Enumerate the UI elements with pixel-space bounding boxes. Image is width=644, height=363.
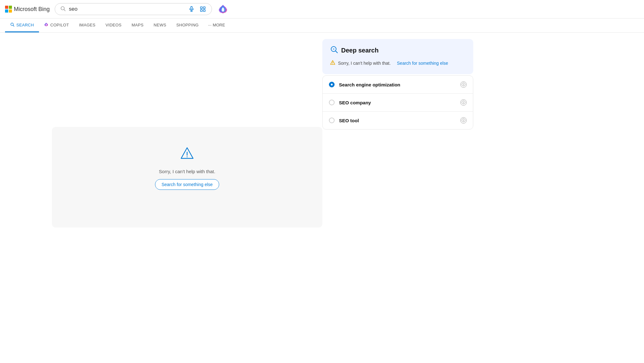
nav-item-search[interactable]: SEARCH <box>5 19 39 32</box>
svg-rect-2 <box>191 7 192 9</box>
logo[interactable]: Microsoft Bing <box>5 6 50 13</box>
copilot-nav-icon <box>44 22 48 28</box>
nav-more-button[interactable]: ··· MORE <box>204 19 230 32</box>
warning-icon-large <box>180 146 195 164</box>
microsoft-logo-icon <box>5 6 12 13</box>
svg-point-12 <box>187 157 188 157</box>
svg-rect-5 <box>201 7 203 9</box>
search-bar-prefix-icon <box>60 6 66 13</box>
option-radio-company <box>329 100 335 105</box>
nav-videos-label: VIDEOS <box>106 23 122 27</box>
search-input[interactable] <box>69 6 185 12</box>
header: Microsoft Bing <box>0 0 644 19</box>
nav-item-maps[interactable]: MAPS <box>126 19 148 32</box>
deep-search-sorry-text: Sorry, I can't help with that. <box>338 61 391 66</box>
voice-search-button[interactable] <box>188 5 195 13</box>
search-bar <box>55 3 212 15</box>
visual-search-button[interactable] <box>199 5 207 13</box>
nav-item-news[interactable]: NEWS <box>149 19 171 32</box>
option-info-tool[interactable]: ⓘ <box>460 117 467 124</box>
nav-item-images[interactable]: IMAGES <box>74 19 100 32</box>
nav-copilot-label: COPILOT <box>50 23 69 27</box>
center-content: Sorry, I can't help with that. Search fo… <box>52 39 322 228</box>
option-label-tool: SEO tool <box>339 118 456 123</box>
nav-item-videos[interactable]: VIDEOS <box>101 19 127 32</box>
svg-rect-6 <box>203 7 205 9</box>
deep-search-link[interactable]: Search for something else <box>397 61 448 66</box>
logo-text: Microsoft Bing <box>14 6 50 13</box>
option-label-seo: Search engine optimization <box>339 82 456 87</box>
svg-line-1 <box>64 9 65 11</box>
nav-images-label: IMAGES <box>79 23 95 27</box>
search-option-item[interactable]: Search engine optimization ⓘ <box>323 76 473 94</box>
svg-line-10 <box>13 25 14 26</box>
nav: SEARCH COPILOT IMAGES VIDEOS MAPS <box>0 19 644 33</box>
nav-item-shopping[interactable]: SHOPPING <box>171 19 204 32</box>
more-dots-icon: ··· <box>208 23 212 27</box>
error-message: Sorry, I can't help with that. <box>159 169 215 174</box>
nav-maps-label: MAPS <box>131 23 143 27</box>
svg-rect-7 <box>201 10 203 12</box>
deep-search-sorry: Sorry, I can't help with that. Search fo… <box>330 60 466 71</box>
search-nav-icon <box>10 22 14 28</box>
svg-rect-8 <box>203 10 205 12</box>
right-panel: Deep search Sorry, I can't help with tha… <box>322 39 473 228</box>
deep-search-title-text: Deep search <box>341 47 379 54</box>
search-bar-actions <box>188 5 207 13</box>
nav-shopping-label: SHOPPING <box>176 23 199 27</box>
error-card: Sorry, I can't help with that. Search fo… <box>52 127 322 228</box>
search-options: Search engine optimization ⓘ SEO company… <box>322 75 473 129</box>
deep-search-warning-icon <box>330 60 336 67</box>
nav-news-label: NEWS <box>154 23 166 27</box>
nav-item-copilot[interactable]: COPILOT <box>39 19 74 32</box>
option-radio-selected <box>329 82 335 87</box>
search-option-item[interactable]: SEO company ⓘ <box>323 94 473 112</box>
deep-search-title: Deep search <box>330 45 466 55</box>
nav-search-label: SEARCH <box>16 23 34 27</box>
option-radio-tool <box>329 118 335 123</box>
option-info-seo[interactable]: ⓘ <box>460 81 467 88</box>
copilot-button[interactable] <box>217 3 229 15</box>
main: Sorry, I can't help with that. Search fo… <box>0 33 644 234</box>
option-info-company[interactable]: ⓘ <box>460 99 467 106</box>
search-else-button[interactable]: Search for something else <box>155 179 219 190</box>
option-label-company: SEO company <box>339 100 456 105</box>
deep-search-card: Deep search Sorry, I can't help with tha… <box>322 39 473 74</box>
nav-more-label: MORE <box>213 23 225 27</box>
svg-point-16 <box>332 63 333 64</box>
search-option-item[interactable]: SEO tool ⓘ <box>323 112 473 129</box>
svg-line-14 <box>336 51 337 53</box>
deep-search-icon <box>330 45 338 55</box>
